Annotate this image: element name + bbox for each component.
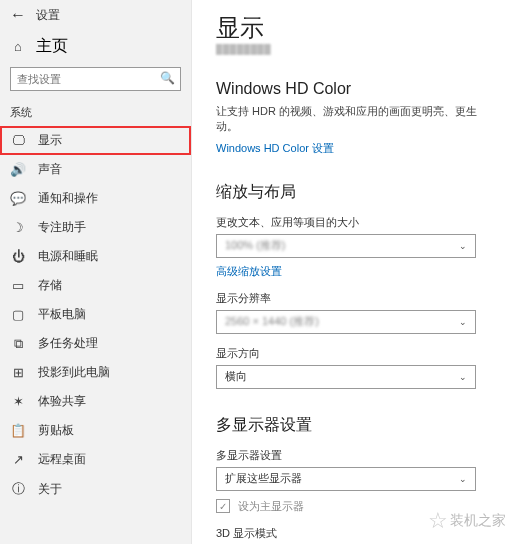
sidebar-item-label: 显示 xyxy=(38,132,62,149)
home-link[interactable]: ⌂ 主页 xyxy=(0,32,191,67)
text-size-label: 更改文本、应用等项目的大小 xyxy=(216,215,498,230)
tablet-icon: ▢ xyxy=(10,307,26,322)
sidebar-item-power[interactable]: ⏻电源和睡眠 xyxy=(0,242,191,271)
chevron-down-icon: ⌄ xyxy=(459,474,467,484)
sidebar-nav: 🖵显示 🔊声音 💬通知和操作 ☽专注助手 ⏻电源和睡眠 ▭存储 ▢平板电脑 ⧉多… xyxy=(0,126,191,504)
sound-icon: 🔊 xyxy=(10,162,26,177)
section-header-system: 系统 xyxy=(0,101,191,126)
sidebar-item-label: 体验共享 xyxy=(38,393,86,410)
resolution-select[interactable]: 2560 × 1440 (推荐) ⌄ xyxy=(216,310,476,334)
power-icon: ⏻ xyxy=(10,249,26,264)
watermark: ☆ 装机之家 xyxy=(428,508,506,534)
sidebar-item-focus[interactable]: ☽专注助手 xyxy=(0,213,191,242)
multi-dropdown-value: 扩展这些显示器 xyxy=(225,471,302,486)
multi-dropdown-label: 多显示器设置 xyxy=(216,448,498,463)
advanced-scale-link[interactable]: 高级缩放设置 xyxy=(216,264,282,279)
sidebar-item-label: 电源和睡眠 xyxy=(38,248,98,265)
sidebar-item-label: 投影到此电脑 xyxy=(38,364,110,381)
hdcolor-link[interactable]: Windows HD Color 设置 xyxy=(216,141,334,156)
notifications-icon: 💬 xyxy=(10,191,26,206)
search-input[interactable] xyxy=(10,67,181,91)
sidebar-item-label: 声音 xyxy=(38,161,62,178)
main-content: 显示 ████████ Windows HD Color 让支持 HDR 的视频… xyxy=(192,0,512,544)
focus-icon: ☽ xyxy=(10,220,26,235)
sidebar-topbar: ← 设置 xyxy=(0,6,191,32)
about-icon: ⓘ xyxy=(10,480,26,498)
text-size-value: 100% (推荐) xyxy=(225,238,286,253)
orientation-select[interactable]: 横向 ⌄ xyxy=(216,365,476,389)
star-icon: ☆ xyxy=(428,508,448,534)
resolution-label: 显示分辨率 xyxy=(216,291,498,306)
multitask-icon: ⧉ xyxy=(10,336,26,352)
chevron-down-icon: ⌄ xyxy=(459,372,467,382)
search-wrap: 🔍 xyxy=(0,67,191,101)
back-icon[interactable]: ← xyxy=(10,6,26,24)
sidebar-item-shared[interactable]: ✶体验共享 xyxy=(0,387,191,416)
sidebar-item-storage[interactable]: ▭存储 xyxy=(0,271,191,300)
sidebar-item-label: 通知和操作 xyxy=(38,190,98,207)
sidebar-item-label: 多任务处理 xyxy=(38,335,98,352)
orientation-label: 显示方向 xyxy=(216,346,498,361)
sidebar-item-project[interactable]: ⊞投影到此电脑 xyxy=(0,358,191,387)
chevron-down-icon: ⌄ xyxy=(459,317,467,327)
sidebar-item-label: 远程桌面 xyxy=(38,451,86,468)
home-label: 主页 xyxy=(36,36,68,57)
checkbox-icon: ✓ xyxy=(216,499,230,513)
text-size-select[interactable]: 100% (推荐) ⌄ xyxy=(216,234,476,258)
sidebar-item-display[interactable]: 🖵显示 xyxy=(0,126,191,155)
scale-heading: 缩放与布局 xyxy=(216,182,498,203)
display-icon: 🖵 xyxy=(10,133,26,148)
settings-title: 设置 xyxy=(36,7,60,24)
sidebar-item-clipboard[interactable]: 📋剪贴板 xyxy=(0,416,191,445)
subtitle-blur: ████████ xyxy=(216,44,498,54)
sidebar-item-tablet[interactable]: ▢平板电脑 xyxy=(0,300,191,329)
resolution-value: 2560 × 1440 (推荐) xyxy=(225,314,319,329)
sidebar-item-label: 存储 xyxy=(38,277,62,294)
shared-icon: ✶ xyxy=(10,394,26,409)
watermark-text: 装机之家 xyxy=(450,512,506,530)
sidebar-item-remote[interactable]: ↗远程桌面 xyxy=(0,445,191,474)
hdcolor-desc: 让支持 HDR 的视频、游戏和应用的画面更明亮、更生动。 xyxy=(216,104,498,135)
sidebar-item-label: 剪贴板 xyxy=(38,422,74,439)
hdcolor-heading: Windows HD Color xyxy=(216,80,498,98)
multi-dropdown[interactable]: 扩展这些显示器 ⌄ xyxy=(216,467,476,491)
sidebar-item-about[interactable]: ⓘ关于 xyxy=(0,474,191,504)
chevron-down-icon: ⌄ xyxy=(459,241,467,251)
page-title: 显示 xyxy=(216,12,498,44)
remote-icon: ↗ xyxy=(10,452,26,467)
sidebar-item-label: 关于 xyxy=(38,481,62,498)
project-icon: ⊞ xyxy=(10,365,26,380)
sidebar: ← 设置 ⌂ 主页 🔍 系统 🖵显示 🔊声音 💬通知和操作 ☽专注助手 ⏻电源和… xyxy=(0,0,192,544)
multi-heading: 多显示器设置 xyxy=(216,415,498,436)
sidebar-item-notifications[interactable]: 💬通知和操作 xyxy=(0,184,191,213)
clipboard-icon: 📋 xyxy=(10,423,26,438)
sidebar-item-sound[interactable]: 🔊声音 xyxy=(0,155,191,184)
search-icon: 🔍 xyxy=(160,71,175,85)
storage-icon: ▭ xyxy=(10,278,26,293)
sidebar-item-label: 专注助手 xyxy=(38,219,86,236)
checkbox-label: 设为主显示器 xyxy=(238,499,304,514)
home-icon: ⌂ xyxy=(10,39,26,54)
sidebar-item-multitask[interactable]: ⧉多任务处理 xyxy=(0,329,191,358)
sidebar-item-label: 平板电脑 xyxy=(38,306,86,323)
orientation-value: 横向 xyxy=(225,369,247,384)
